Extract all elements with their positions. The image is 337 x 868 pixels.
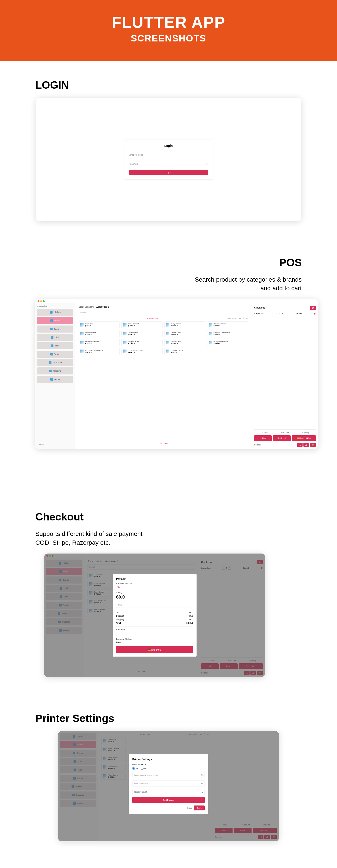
- checkout-screenshot: ClothesDrinksBiriyaniChairTableToyotaMOR…: [44, 554, 265, 677]
- reset-button[interactable]: ↻ Reset: [273, 435, 290, 441]
- grid-view-icon[interactable]: ▦: [239, 317, 241, 319]
- product-image: [209, 323, 212, 327]
- stock-value[interactable]: Warehouse 1: [96, 306, 109, 308]
- product-card[interactable]: Mr. Quinten Lehner$ 2817.0: [207, 339, 248, 346]
- product-card[interactable]: Dr. Arvin Ullrich$ 983.0: [164, 348, 205, 355]
- email-placeholder: Email Address: [129, 154, 143, 156]
- product-card[interactable]: Manuela Kozc$ 2293.0: [164, 339, 205, 346]
- load-more-button[interactable]: Load More: [79, 440, 248, 447]
- product-image: [123, 349, 127, 353]
- note-input[interactable]: Note: [116, 601, 193, 608]
- pay-button[interactable]: 💳 PAY : 640.0: [292, 435, 316, 441]
- printer-modal-title: Printer Settings: [132, 757, 205, 761]
- hero-subtitle: SCREENSHOTS: [0, 33, 337, 44]
- settings-label: Settings: [254, 444, 261, 446]
- print-icon[interactable]: 🖨: [303, 443, 309, 447]
- categories-sidebar: Categories ClothesDrinksBiriyaniChairTab…: [35, 304, 75, 449]
- show-logo-toggle[interactable]: Show logo on sales receipt⦿: [132, 772, 205, 778]
- sidebar-item-table[interactable]: Table: [37, 342, 73, 349]
- sidebar-item-morado[interactable]: MORADO: [37, 359, 73, 366]
- card-view-icon[interactable]: ▤: [246, 317, 248, 319]
- login-button[interactable]: Login: [129, 170, 208, 175]
- sidebar-item-clothes[interactable]: Clothes: [37, 309, 73, 316]
- toggle-icon: ⦿: [201, 774, 203, 776]
- product-grid: Coca Cola$ 320.0Bryce Denesik$ 4032.0Tor…: [79, 321, 248, 355]
- product-card[interactable]: Claudine Bruen$ 3020.0: [207, 321, 248, 329]
- product-card[interactable]: Mr. Bernie Homenick V$ 4818.0: [79, 348, 120, 355]
- product-card[interactable]: Polly Shanie$ 2407.0: [121, 330, 163, 337]
- radio-72[interactable]: 72: [132, 767, 138, 770]
- brands-dropdown[interactable]: Brands ⌄: [37, 441, 73, 447]
- products-panel: Stock Location: Warehouse 1 Search Reloa…: [75, 304, 252, 449]
- login-section: LOGIN Login Email Address Password 👁 Log…: [0, 61, 337, 239]
- customer-label: Customer: [116, 628, 193, 630]
- receipt-count-field[interactable]: Receipt Count1: [132, 788, 205, 795]
- sidebar-item-toyota[interactable]: Toyota: [37, 351, 73, 358]
- qty-plus[interactable]: +: [281, 312, 284, 315]
- product-image: [80, 332, 84, 335]
- qty-minus[interactable]: −: [275, 312, 278, 315]
- toggle-icon: ⦿: [201, 782, 203, 784]
- print-after-sales-toggle[interactable]: Print after sales⦿: [132, 780, 205, 786]
- login-card: Login Email Address Password 👁 Login: [124, 140, 213, 179]
- payment-method-value[interactable]: Cash: [116, 641, 193, 643]
- printer-settings-modal: Printer Settings Paper size(mm) 72 48 Sh…: [129, 754, 208, 814]
- product-card[interactable]: Christina Leannon MD$ 1712.0: [207, 330, 248, 337]
- cart-item-price: $ 640.0: [296, 312, 302, 315]
- email-field[interactable]: Email Address: [129, 152, 208, 158]
- confirm-pay-button[interactable]: 💳 PAY 640.0: [116, 646, 193, 653]
- category-icon: [51, 344, 53, 347]
- product-card[interactable]: Dr. Velva Weissgel$ 4201.0: [121, 348, 163, 355]
- hero-title: FLUTTER APP: [0, 13, 337, 31]
- product-card[interactable]: Torey Strosin$ 4722.0: [164, 321, 205, 329]
- quantity-stepper[interactable]: − 2 +: [275, 312, 284, 315]
- sidebar-item-gasoline[interactable]: Gasoline: [37, 367, 73, 374]
- pos-section-sub: Search product by categories & brands an…: [35, 275, 302, 292]
- expand-icon[interactable]: ⛶: [297, 443, 303, 447]
- product-card[interactable]: Destini Koch$ 5416.0: [164, 330, 205, 337]
- delete-item-icon[interactable]: 🗑: [314, 312, 316, 315]
- received-label: Received Amount: [116, 582, 193, 584]
- reload-button[interactable]: Reload Data: [79, 317, 227, 319]
- save-button[interactable]: Save: [194, 805, 205, 810]
- product-image: [166, 349, 169, 353]
- checkout-section: Checkout Supports different kind of sale…: [0, 467, 337, 694]
- received-input[interactable]: 700: [116, 585, 193, 589]
- summary-row: Shipping$ 0.0: [116, 618, 193, 621]
- sidebar-item-drinks[interactable]: Drinks: [37, 317, 73, 324]
- category-icon: [49, 361, 52, 364]
- list-view-icon[interactable]: ☰: [243, 317, 245, 319]
- category-icon: [50, 353, 53, 355]
- product-card[interactable]: Ashlynn Rowe$ 3709.0: [121, 339, 163, 346]
- archive-icon[interactable]: 📦: [310, 443, 316, 447]
- printer-section-title: Printer Settings: [35, 712, 302, 724]
- password-field[interactable]: Password 👁: [129, 161, 208, 167]
- category-icon: [50, 378, 53, 381]
- product-card[interactable]: Berenice Predovic$ 2929.0: [79, 339, 120, 346]
- sidebar-item-books[interactable]: Books: [37, 376, 73, 383]
- category-icon: [49, 370, 52, 372]
- radio-48[interactable]: 48: [141, 767, 146, 770]
- product-image: [123, 323, 127, 327]
- login-screenshot: Login Email Address Password 👁 Login: [36, 98, 301, 221]
- cart-title: Cart Items: [254, 307, 265, 309]
- clear-cart-button[interactable]: 🗑: [310, 306, 316, 310]
- printer-section: Printer Settings ClothesDrinksBiriyaniCh…: [0, 695, 337, 859]
- sidebar-item-chair[interactable]: Chair: [37, 334, 73, 341]
- payment-method-label: Payment Method: [116, 638, 193, 640]
- chevron-down-icon: ⌄: [71, 443, 73, 445]
- search-input[interactable]: Search: [79, 310, 248, 315]
- category-icon: [50, 311, 53, 314]
- sidebar-item-biriyani[interactable]: Biriyani: [37, 326, 73, 333]
- product-card[interactable]: Coca Cola$ 320.0: [79, 321, 120, 329]
- checkout-section-title: Checkout: [35, 511, 302, 523]
- hold-button[interactable]: ⏸ Hold: [254, 435, 272, 441]
- eye-icon[interactable]: 👁: [206, 162, 208, 165]
- paper-size-radios: 72 48: [132, 767, 205, 770]
- cart-item: Coca Cola − 2 + $ 640.0 🗑: [254, 312, 316, 315]
- close-button[interactable]: Close: [187, 807, 192, 809]
- test-printing-button[interactable]: Test Printing: [132, 797, 205, 803]
- cart-item-name: Coca Cola: [254, 312, 263, 315]
- product-card[interactable]: Bryce Denesik$ 4032.0: [121, 321, 163, 329]
- product-card[interactable]: Alford Bednar$ 4189.0: [79, 330, 120, 337]
